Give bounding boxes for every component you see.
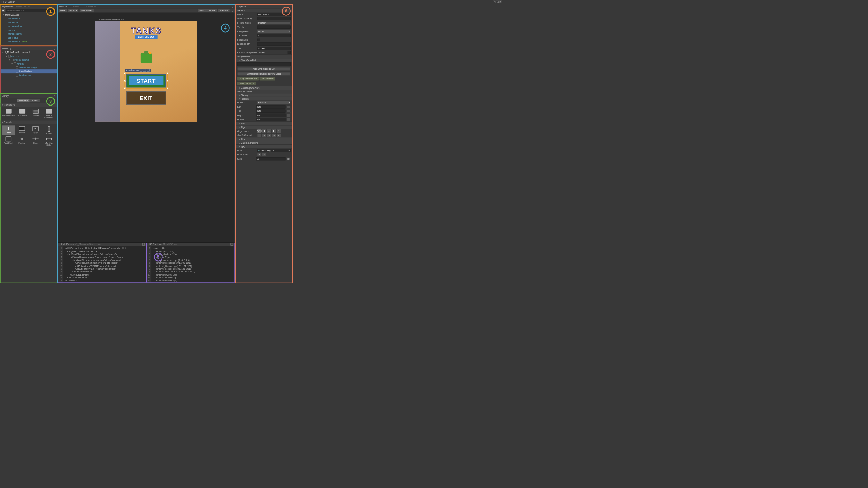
- library-tab-project[interactable]: Project: [30, 99, 40, 102]
- hierarchy-file-row[interactable]: ▼ 1_MainMenuScreen.uxml: [1, 50, 57, 54]
- lib-slider[interactable]: Slider: [29, 136, 42, 147]
- class-chip[interactable]: .unity-button: [260, 77, 275, 80]
- size-section[interactable]: ▶Size: [236, 137, 292, 141]
- fontsize-field[interactable]: [256, 157, 286, 160]
- uxml-code[interactable]: <ui:UXML xmlns:ui="UnityEngine.UIElement…: [63, 246, 127, 282]
- unit-button[interactable]: -: [287, 109, 291, 112]
- canvas[interactable]: TANKS SANDBOX #start-button STA: [95, 21, 197, 122]
- lib-scrollview[interactable]: ScrollView: [16, 108, 29, 119]
- window-close-icon[interactable]: ✕: [499, 1, 502, 3]
- lib-button[interactable]: Button: [15, 125, 28, 135]
- right-field[interactable]: [256, 113, 286, 117]
- left-field[interactable]: [256, 105, 286, 108]
- align-icon[interactable]: [143, 69, 146, 72]
- align-center-button[interactable]: ≡: [267, 129, 272, 133]
- italic-button[interactable]: I: [262, 153, 267, 156]
- lib-imgui[interactable]: IMGUI Container: [42, 108, 55, 119]
- justify-end-button[interactable]: ⊐: [267, 133, 272, 137]
- selector-row[interactable]: .screen: [1, 28, 57, 32]
- align-end-button[interactable]: ⊐: [272, 129, 276, 133]
- hierarchy-node[interactable]: #exit-button: [1, 73, 57, 77]
- unit-button[interactable]: -: [287, 105, 291, 108]
- lib-visualelement[interactable]: VisualElement: [2, 108, 15, 119]
- name-field[interactable]: [257, 13, 291, 16]
- align-icon[interactable]: [140, 69, 142, 72]
- bold-button[interactable]: B: [257, 153, 262, 156]
- lib-textfield[interactable]: T|Text Field: [2, 136, 15, 147]
- file-menu[interactable]: File▾: [59, 9, 67, 12]
- lib-scroller[interactable]: Scroller: [42, 125, 56, 135]
- remove-chip-icon[interactable]: x: [253, 82, 254, 85]
- flex-section[interactable]: ▶Flex: [236, 121, 292, 125]
- display-section[interactable]: ▶Display: [236, 93, 292, 97]
- kebab-icon[interactable]: ⋮: [231, 5, 233, 8]
- lib-foldout[interactable]: ⇅Foldout: [15, 136, 28, 147]
- align-auto-button[interactable]: AUTO: [257, 129, 262, 133]
- font-field[interactable]: AaTeko-Regular⊙: [257, 149, 291, 152]
- justify-between-button[interactable]: ⋯: [272, 133, 276, 137]
- hierarchy-node-selected[interactable]: #start-button: [1, 69, 57, 73]
- containers-header[interactable]: ▼Containers: [1, 103, 57, 107]
- controls-header[interactable]: ▼Controls: [1, 120, 57, 124]
- matching-selectors-section[interactable]: ▶Matching Selectors: [236, 86, 292, 90]
- kebab-icon[interactable]: ⋮: [53, 95, 56, 98]
- add-selector-button[interactable]: +▾: [1, 9, 5, 12]
- add-styleclass-button[interactable]: Add Style Class to List: [237, 67, 291, 71]
- selector-input[interactable]: [6, 9, 56, 12]
- inspector-button-section[interactable]: ▼Button: [236, 9, 292, 12]
- tooltip-field[interactable]: [257, 25, 291, 28]
- preview-button[interactable]: Preview: [218, 9, 230, 12]
- kebab-icon[interactable]: ⋮: [232, 9, 234, 12]
- justify-center-button[interactable]: ≡: [262, 133, 267, 137]
- tabindex-field[interactable]: [257, 34, 291, 37]
- selector-row[interactable]: .menu-button: [1, 17, 57, 20]
- stylesheet-section[interactable]: ▼StyleSheet: [236, 54, 292, 58]
- window-maximize-icon[interactable]: ☐: [496, 1, 499, 3]
- align-icon[interactable]: [147, 69, 150, 72]
- selected-element-outline[interactable]: #start-button START: [124, 73, 168, 89]
- selector-row[interactable]: .menu-window: [1, 24, 57, 28]
- popout-icon[interactable]: [142, 243, 145, 246]
- lib-label[interactable]: TLabel: [2, 125, 15, 135]
- uss-code[interactable]: .menu-button { padding-top: 12px; paddin…: [151, 246, 197, 282]
- class-chip[interactable]: .menu-buttonx: [237, 82, 256, 85]
- unit-px[interactable]: px: [287, 157, 291, 160]
- align-start-button[interactable]: ⊏: [262, 129, 267, 133]
- theme-dropdown[interactable]: Default Theme▾: [198, 9, 217, 12]
- justify-start-button[interactable]: ⊏: [257, 133, 262, 137]
- styleclasslist-section[interactable]: ▼Style Class List: [236, 58, 292, 62]
- styleclass-input[interactable]: [237, 62, 291, 66]
- selector-row[interactable]: .title-image: [1, 36, 57, 40]
- hierarchy-node[interactable]: ▼#menu-column: [1, 58, 57, 62]
- selector-row[interactable]: .menu-title: [1, 20, 57, 24]
- lib-listview[interactable]: ListView: [29, 108, 42, 119]
- zoom-dropdown[interactable]: 100%▾: [68, 9, 78, 12]
- inlined-styles-section[interactable]: ▼Inlined Styles: [236, 90, 292, 93]
- selector-row[interactable]: .menu-button:hover: [1, 40, 57, 43]
- viewdatakey-field[interactable]: [257, 17, 291, 20]
- top-field[interactable]: [256, 109, 286, 112]
- hierarchy-node[interactable]: ▼#screen: [1, 54, 57, 58]
- start-button[interactable]: START: [126, 74, 166, 87]
- align-section[interactable]: ▼Align: [236, 125, 292, 129]
- focusable-checkbox[interactable]: [257, 38, 260, 41]
- bindingpath-field[interactable]: [257, 42, 291, 45]
- canvas-area[interactable]: 4 1_MainMenuScreen.uxml TANKS SANDBOX #s…: [58, 13, 234, 242]
- position-section[interactable]: ▼Position: [236, 97, 292, 100]
- text-section[interactable]: ▼Text: [236, 144, 292, 148]
- kebab-icon[interactable]: ⋮: [53, 47, 56, 50]
- justify-around-button[interactable]: ⋮: [276, 133, 281, 137]
- fit-canvas-button[interactable]: Fit Canvas: [79, 9, 94, 12]
- pickingmode-dropdown[interactable]: Position▾: [257, 21, 291, 24]
- lib-toggle[interactable]: ✔Toggle: [29, 125, 42, 135]
- window-more-icon[interactable]: ⋮: [493, 1, 496, 3]
- exit-button[interactable]: EXIT: [126, 91, 166, 105]
- hierarchy-node[interactable]: ▼#menu: [1, 62, 57, 66]
- align-stretch-button[interactable]: ▯: [276, 129, 281, 133]
- hierarchy-node[interactable]: #menu-title-image: [1, 66, 57, 69]
- extract-styles-button[interactable]: Extract Inlined Styles to New Class: [237, 72, 291, 76]
- library-tab-standard[interactable]: Standard: [17, 99, 30, 102]
- usagehints-dropdown[interactable]: None▾: [257, 30, 291, 33]
- popout-icon[interactable]: [231, 243, 233, 246]
- text-field[interactable]: [257, 47, 291, 50]
